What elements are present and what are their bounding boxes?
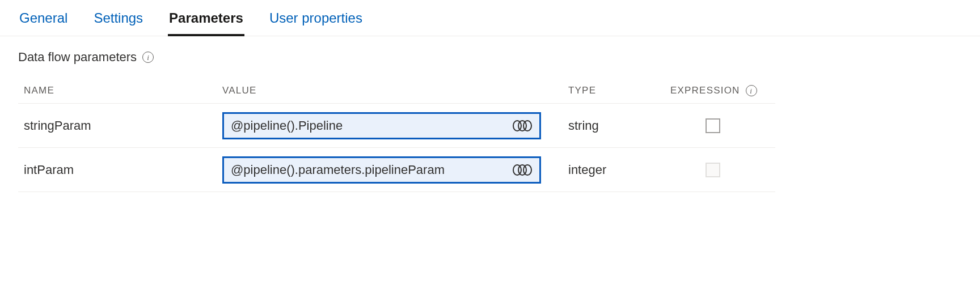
tabs-bar: General Settings Parameters User propert… [0, 0, 980, 36]
col-expression-label: EXPRESSION [670, 85, 740, 96]
param-name: stringParam [24, 118, 222, 133]
expression-checkbox [706, 163, 720, 177]
tab-parameters[interactable]: Parameters [168, 10, 244, 36]
param-value-input[interactable]: @pipeline().Pipeline [222, 112, 541, 139]
col-expression: EXPRESSION i [670, 85, 784, 96]
parameters-table: NAME VALUE TYPE EXPRESSION i stringParam… [18, 78, 775, 192]
table-row: intParam @pipeline().parameters.pipeline… [18, 148, 775, 192]
param-value-text: @pipeline().Pipeline [231, 118, 343, 133]
tab-settings[interactable]: Settings [92, 10, 144, 36]
col-type: TYPE [568, 85, 670, 96]
svg-point-2 [523, 121, 531, 131]
table-row: stringParam @pipeline().Pipeline string [18, 104, 775, 148]
param-name: intParam [24, 163, 222, 177]
param-value-cell: @pipeline().parameters.pipelineParam [222, 156, 568, 184]
param-value-text: @pipeline().parameters.pipelineParam [231, 163, 445, 177]
table-header: NAME VALUE TYPE EXPRESSION i [18, 78, 775, 104]
info-icon[interactable]: i [746, 85, 757, 96]
tab-general[interactable]: General [18, 10, 69, 36]
param-type: string [568, 118, 670, 133]
parameters-section: Data flow parameters i NAME VALUE TYPE E… [0, 36, 980, 192]
param-value-cell: @pipeline().Pipeline [222, 112, 568, 139]
col-name: NAME [24, 85, 222, 96]
expression-checkbox[interactable] [706, 118, 720, 133]
param-value-input[interactable]: @pipeline().parameters.pipelineParam [222, 156, 541, 184]
col-value: VALUE [222, 85, 568, 96]
tab-user-properties[interactable]: User properties [268, 10, 364, 36]
param-expression-cell [670, 163, 784, 177]
info-icon[interactable]: i [142, 52, 154, 63]
section-title: Data flow parameters [18, 50, 137, 65]
expression-builder-icon[interactable] [512, 120, 533, 132]
section-title-row: Data flow parameters i [18, 50, 962, 65]
param-expression-cell [670, 118, 784, 133]
param-type: integer [568, 163, 670, 177]
expression-builder-icon[interactable] [512, 164, 533, 176]
svg-point-5 [523, 165, 531, 175]
